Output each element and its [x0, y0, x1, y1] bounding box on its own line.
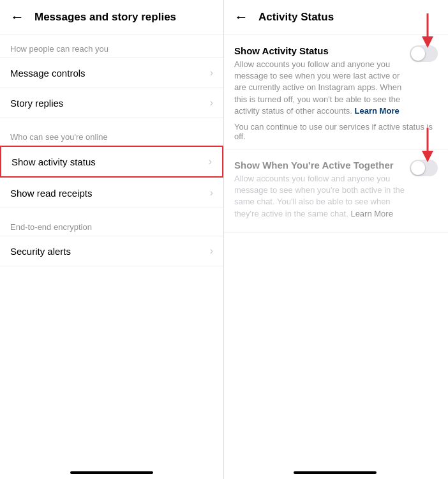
learn-more-link-2[interactable]: Learn More — [350, 209, 392, 218]
red-arrow-2 — [415, 125, 440, 163]
chevron-icon: › — [210, 67, 213, 79]
section-encryption-label: End-to-end encryption — [0, 213, 223, 236]
right-title: Activity Status — [258, 11, 334, 24]
bottom-bar-right — [294, 471, 377, 474]
activity-status-title: Show Activity Status — [234, 45, 410, 56]
activity-status-desc: Allow accounts you follow and anyone you… — [234, 59, 410, 117]
toggle1-container — [410, 45, 438, 62]
section-encryption: End-to-end encryption Security alerts › — [0, 213, 223, 266]
active-together-content: Show When You're Active Together Allow a… — [234, 160, 410, 220]
list-item-read-receipts[interactable]: Show read receipts › — [0, 178, 223, 208]
chevron-icon: › — [210, 187, 213, 199]
section-online: Who can see you're online Show activity … — [0, 123, 223, 208]
activity-status-label: Show activity status — [11, 156, 96, 167]
active-together-row: Show When You're Active Together Allow a… — [234, 160, 438, 220]
left-back-button[interactable]: ← — [10, 9, 24, 26]
red-arrow-1 — [415, 10, 440, 49]
learn-more-link-1[interactable]: Learn More — [355, 106, 399, 116]
left-panel: ← Messages and story replies How people … — [0, 0, 224, 479]
read-receipts-label: Show read receipts — [10, 188, 92, 199]
right-panel: ← Activity Status Show Activity Status A… — [224, 0, 448, 479]
list-item-story-replies[interactable]: Story replies › — [0, 87, 223, 118]
activity-status-content: Show Activity Status Allow accounts you … — [234, 45, 410, 117]
active-together-title: Show When You're Active Together — [234, 160, 410, 171]
list-item-message-controls[interactable]: Message controls › — [0, 57, 223, 87]
security-alerts-label: Security alerts — [10, 246, 71, 257]
activity-status-row: Show Activity Status Allow accounts you … — [234, 45, 438, 117]
story-replies-label: Story replies — [10, 98, 63, 109]
list-item-security-alerts[interactable]: Security alerts › — [0, 236, 223, 266]
bottom-bar-left — [70, 471, 153, 474]
right-back-button[interactable]: ← — [234, 9, 248, 26]
active-together-desc: Allow accounts you follow and anyone you… — [234, 173, 410, 220]
left-header: ← Messages and story replies — [0, 0, 223, 35]
section-reach: How people can reach you Message control… — [0, 35, 223, 118]
chevron-icon: › — [210, 245, 213, 257]
chevron-icon: › — [210, 97, 213, 109]
chevron-icon: › — [209, 156, 212, 167]
left-title: Messages and story replies — [34, 11, 176, 24]
section-reach-label: How people can reach you — [0, 35, 223, 57]
toggle2-container — [410, 160, 438, 176]
list-item-activity-status[interactable]: Show activity status › — [0, 146, 223, 178]
message-controls-label: Message controls — [10, 68, 86, 79]
activity-status-note: You can continue to use our services if … — [234, 122, 438, 141]
active-together-block: Show When You're Active Together Allow a… — [224, 149, 448, 233]
section-online-label: Who can see you're online — [0, 123, 223, 146]
